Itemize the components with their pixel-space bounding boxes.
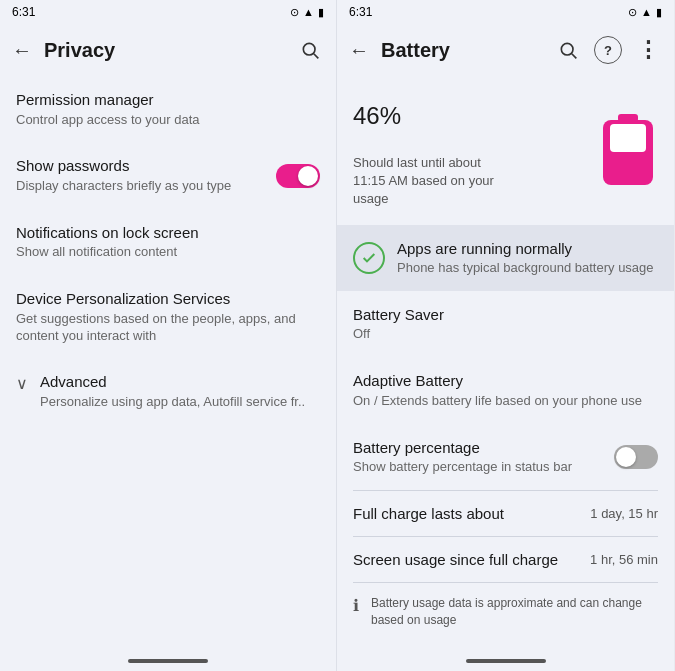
adaptive-battery-subtitle: On / Extends battery life based on your … bbox=[353, 393, 658, 410]
home-bar-right bbox=[466, 659, 546, 663]
show-passwords-title: Show passwords bbox=[16, 156, 276, 176]
advanced-chevron-icon: ∨ bbox=[16, 374, 28, 393]
permission-manager-title: Permission manager bbox=[16, 90, 320, 110]
privacy-content: Permission manager Control app access to… bbox=[0, 76, 336, 651]
notifications-lock-title: Notifications on lock screen bbox=[16, 223, 320, 243]
svg-rect-5 bbox=[618, 114, 638, 122]
battery-until-text: Should last until about11:15 AM based on… bbox=[353, 154, 582, 209]
status-time-right: 6:31 bbox=[349, 5, 372, 19]
adaptive-battery-text: Adaptive Battery On / Extends battery li… bbox=[353, 371, 658, 409]
running-normally-subtitle: Phone has typical background battery usa… bbox=[397, 260, 658, 277]
privacy-back-button[interactable]: ← bbox=[12, 39, 32, 62]
show-passwords-toggle[interactable] bbox=[276, 164, 320, 188]
permission-manager-subtitle: Control app access to your data bbox=[16, 112, 320, 129]
battery-title: Battery bbox=[381, 39, 554, 62]
screen-usage-value: 1 hr, 56 min bbox=[590, 552, 658, 567]
privacy-search-button[interactable] bbox=[296, 36, 324, 64]
privacy-panel: 6:31 ⊙ ▲ ▮ ← Privacy Permission manager … bbox=[0, 0, 337, 671]
battery-hero: 46% Should last until about11:15 AM base… bbox=[337, 76, 674, 225]
svg-point-2 bbox=[561, 43, 573, 55]
battery-notice-text: Battery usage data is approximate and ca… bbox=[371, 595, 658, 629]
running-check-icon bbox=[353, 242, 385, 274]
battery-header-icons: ? ⋮ bbox=[554, 36, 662, 64]
battery-percentage-subtitle: Show battery percentage in status bar bbox=[353, 459, 614, 476]
advanced-title: Advanced bbox=[40, 372, 320, 392]
advanced-item[interactable]: ∨ Advanced Personalize using app data, A… bbox=[0, 358, 336, 424]
advanced-text: Advanced Personalize using app data, Aut… bbox=[40, 372, 320, 410]
battery-value: 46 bbox=[353, 104, 380, 128]
svg-point-0 bbox=[303, 43, 315, 55]
battery-content: Apps are running normally Phone has typi… bbox=[337, 225, 674, 651]
battery-percentage-title: Battery percentage bbox=[353, 438, 614, 458]
screen-usage-label: Screen usage since full charge bbox=[353, 551, 590, 568]
show-passwords-toggle-thumb bbox=[298, 166, 318, 186]
battery-percentage-text: Battery percentage Show battery percenta… bbox=[353, 438, 614, 476]
battery-saver-text: Battery Saver Off bbox=[353, 305, 658, 343]
show-passwords-subtitle: Display characters briefly as you type bbox=[16, 178, 276, 195]
notifications-lock-subtitle: Show all notification content bbox=[16, 244, 320, 261]
show-passwords-item[interactable]: Show passwords Display characters briefl… bbox=[0, 142, 336, 208]
battery-icon-large bbox=[598, 110, 658, 194]
adaptive-battery-title: Adaptive Battery bbox=[353, 371, 658, 391]
svg-rect-6 bbox=[610, 124, 646, 152]
running-normally-item[interactable]: Apps are running normally Phone has typi… bbox=[337, 225, 674, 291]
svg-line-3 bbox=[572, 54, 577, 59]
home-bar-left bbox=[128, 659, 208, 663]
device-personalization-title: Device Personalization Services bbox=[16, 289, 320, 309]
battery-search-button[interactable] bbox=[554, 36, 582, 64]
battery-back-button[interactable]: ← bbox=[349, 39, 369, 62]
wifi-icon-right: ▲ bbox=[641, 6, 652, 18]
full-charge-label: Full charge lasts about bbox=[353, 505, 590, 522]
notifications-lock-item[interactable]: Notifications on lock screen Show all no… bbox=[0, 209, 336, 275]
battery-icon-status: ▮ bbox=[318, 6, 324, 19]
home-indicator-left bbox=[0, 651, 336, 671]
battery-number: 46% bbox=[353, 96, 582, 148]
battery-percent-container: 46% Should last until about11:15 AM base… bbox=[353, 96, 582, 209]
permission-manager-item[interactable]: Permission manager Control app access to… bbox=[0, 76, 336, 142]
battery-percentage-toggle-thumb bbox=[616, 447, 636, 467]
privacy-icon: ⊙ bbox=[290, 6, 299, 19]
device-personalization-item[interactable]: Device Personalization Services Get sugg… bbox=[0, 275, 336, 358]
privacy-header-icons bbox=[296, 36, 324, 64]
device-personalization-subtitle: Get suggestions based on the people, app… bbox=[16, 311, 320, 345]
privacy-header: ← Privacy bbox=[0, 24, 336, 76]
svg-line-1 bbox=[314, 54, 319, 59]
battery-notice: ℹ Battery usage data is approximate and … bbox=[337, 583, 674, 641]
screen-usage-row: Screen usage since full charge 1 hr, 56 … bbox=[337, 537, 674, 582]
battery-percentage-toggle[interactable] bbox=[614, 445, 658, 469]
battery-panel: 6:31 ⊙ ▲ ▮ ← Battery ? ⋮ 46% Should bbox=[337, 0, 674, 671]
show-passwords-text: Show passwords Display characters briefl… bbox=[16, 156, 276, 194]
battery-more-button[interactable]: ⋮ bbox=[634, 36, 662, 64]
battery-saver-subtitle: Off bbox=[353, 326, 658, 343]
status-bar-left: 6:31 ⊙ ▲ ▮ bbox=[0, 0, 336, 24]
status-icons-right: ⊙ ▲ ▮ bbox=[628, 6, 662, 19]
permission-manager-text: Permission manager Control app access to… bbox=[16, 90, 320, 128]
battery-saver-item[interactable]: Battery Saver Off bbox=[337, 291, 674, 357]
advanced-subtitle: Personalize using app data, Autofill ser… bbox=[40, 394, 320, 411]
device-personalization-text: Device Personalization Services Get sugg… bbox=[16, 289, 320, 344]
battery-icon-right: ▮ bbox=[656, 6, 662, 19]
full-charge-value: 1 day, 15 hr bbox=[590, 506, 658, 521]
home-indicator-right bbox=[337, 651, 674, 671]
info-circle-icon: ℹ bbox=[353, 596, 359, 615]
battery-header: ← Battery ? ⋮ bbox=[337, 24, 674, 76]
status-time-left: 6:31 bbox=[12, 5, 35, 19]
running-normally-title: Apps are running normally bbox=[397, 239, 658, 259]
adaptive-battery-item[interactable]: Adaptive Battery On / Extends battery li… bbox=[337, 357, 674, 423]
battery-help-button[interactable]: ? bbox=[594, 36, 622, 64]
privacy-title: Privacy bbox=[44, 39, 296, 62]
privacy-indicator-icon: ⊙ bbox=[628, 6, 637, 19]
full-charge-row: Full charge lasts about 1 day, 15 hr bbox=[337, 491, 674, 536]
wifi-icon: ▲ bbox=[303, 6, 314, 18]
battery-percent-sign: % bbox=[380, 104, 401, 128]
notifications-lock-text: Notifications on lock screen Show all no… bbox=[16, 223, 320, 261]
status-icons-left: ⊙ ▲ ▮ bbox=[290, 6, 324, 19]
battery-saver-title: Battery Saver bbox=[353, 305, 658, 325]
battery-percentage-item[interactable]: Battery percentage Show battery percenta… bbox=[337, 424, 674, 490]
running-normally-text: Apps are running normally Phone has typi… bbox=[397, 239, 658, 277]
status-bar-right: 6:31 ⊙ ▲ ▮ bbox=[337, 0, 674, 24]
